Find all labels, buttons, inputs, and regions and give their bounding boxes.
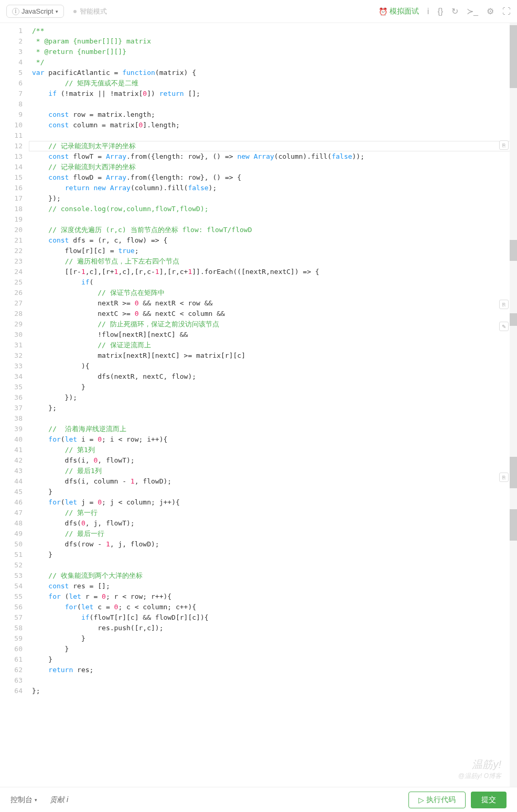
code-line[interactable]: }); — [29, 392, 517, 403]
code-line[interactable]: const dfs = (r, c, flow) => { — [29, 235, 517, 246]
code-line[interactable]: nextC >= 0 && nextC < column && — [29, 309, 517, 319]
code-line[interactable]: // 记录能流到大西洋的坐标 — [29, 162, 517, 172]
fold-button[interactable]: ✎ — [499, 322, 509, 331]
line-number: 49 — [0, 529, 23, 539]
code-line[interactable]: */ — [29, 57, 517, 68]
fold-button[interactable]: ⎘ — [499, 140, 509, 150]
code-line[interactable]: for (let r = 0; r < row; r++){ — [29, 591, 517, 602]
braces-icon[interactable]: {} — [437, 7, 443, 16]
code-line[interactable]: var pacificAtlantic = function(matrix) { — [29, 68, 517, 78]
code-line[interactable]: } — [29, 633, 517, 644]
gear-icon[interactable]: ⚙ — [487, 6, 494, 16]
line-number: 22 — [0, 246, 23, 256]
code-line[interactable] — [29, 214, 517, 225]
line-number: 47 — [0, 508, 23, 518]
scrollbar-section — [510, 509, 517, 541]
fullscreen-icon[interactable]: ⛶ — [502, 7, 511, 16]
run-code-button[interactable]: ▷ 执行代码 — [408, 792, 466, 808]
code-line[interactable]: // 保证逆流而上 — [29, 340, 517, 350]
code-line[interactable]: res.push([r,c]); — [29, 623, 517, 633]
code-line[interactable]: // 最后一行 — [29, 529, 517, 539]
scrollbar-thumb[interactable] — [510, 25, 517, 88]
code-line[interactable]: }; — [29, 686, 517, 696]
code-line[interactable]: if( — [29, 277, 517, 288]
line-number: 55 — [0, 591, 23, 602]
code-line[interactable]: dfs(i, 0, flowT); — [29, 455, 517, 466]
code-line[interactable] — [29, 413, 517, 424]
code-line[interactable]: for(let j = 0; j < column; j++){ — [29, 497, 517, 508]
line-number: 41 — [0, 445, 23, 455]
code-line[interactable]: if(flowT[r][c] && flowD[r][c]){ — [29, 612, 517, 623]
code-line[interactable]: const flowT = Array.from({length: row}, … — [29, 151, 517, 162]
code-line[interactable]: }); — [29, 193, 517, 204]
code-line[interactable]: } — [29, 644, 517, 654]
code-line[interactable]: dfs(0, j, flowT); — [29, 518, 517, 529]
terminal-icon[interactable]: ≻_ — [467, 6, 478, 16]
line-number: 39 — [0, 424, 23, 434]
line-number: 4 — [0, 57, 23, 68]
code-line[interactable]: }; — [29, 403, 517, 413]
line-number: 14 — [0, 162, 23, 172]
code-line[interactable]: ){ — [29, 361, 517, 371]
code-line[interactable]: // 矩阵无值或不是二维 — [29, 78, 517, 89]
code-line[interactable]: // 深度优先遍历 (r,c) 当前节点的坐标 flow: flowT/flow… — [29, 225, 517, 235]
code-line[interactable]: // 记录能流到太平洋的坐标 — [29, 141, 517, 151]
code-line[interactable]: for(let c = 0; c < column; c++){ — [29, 602, 517, 612]
code-line[interactable]: } — [29, 550, 517, 560]
line-number: 43 — [0, 466, 23, 476]
code-content[interactable]: /** * @param {number[][]} matrix * @retu… — [29, 23, 517, 787]
mock-interview-button[interactable]: ⏰ 模拟面试 — [379, 7, 419, 16]
code-line[interactable]: * @return {number[][]} — [29, 47, 517, 57]
code-line[interactable]: if (!matrix || !matrix[0]) return []; — [29, 89, 517, 99]
code-line[interactable]: return res; — [29, 665, 517, 675]
line-number: 51 — [0, 550, 23, 560]
line-number: 10 — [0, 120, 23, 130]
code-line[interactable]: for(let i = 0; i < row; i++){ — [29, 434, 517, 445]
code-line[interactable]: } — [29, 382, 517, 392]
code-line[interactable]: } — [29, 654, 517, 665]
line-number: 42 — [0, 455, 23, 466]
code-line[interactable]: const flowD = Array.from({length: row}, … — [29, 172, 517, 183]
code-line[interactable]: // 第一行 — [29, 508, 517, 518]
code-line[interactable]: // 第1列 — [29, 445, 517, 455]
code-line[interactable]: // console.log(row,column,flowT,flowD); — [29, 204, 517, 214]
code-line[interactable]: return new Array(column).fill(false); — [29, 183, 517, 193]
code-line[interactable]: const row = matrix.length; — [29, 109, 517, 120]
code-line[interactable]: dfs(nextR, nextC, flow); — [29, 371, 517, 382]
info-icon[interactable]: i — [427, 7, 429, 16]
editor-mode[interactable]: 智能模式 — [73, 7, 107, 16]
code-line[interactable]: const res = []; — [29, 581, 517, 591]
line-number: 40 — [0, 434, 23, 445]
code-line[interactable]: dfs(i, column - 1, flowD); — [29, 476, 517, 487]
code-line[interactable]: // 保证节点在矩阵中 — [29, 288, 517, 298]
fold-button[interactable]: ⎘ — [499, 300, 509, 309]
line-number: 33 — [0, 361, 23, 371]
console-toggle[interactable]: 控制台 ▾ — [10, 795, 37, 805]
submit-button[interactable]: 提交 — [471, 792, 507, 808]
code-line[interactable]: [[r-1,c],[r+1,c],[r,c-1],[r,c+1]].forEac… — [29, 267, 517, 277]
code-line[interactable]: const column = matrix[0].length; — [29, 120, 517, 130]
reset-icon[interactable]: ↻ — [451, 6, 458, 16]
code-line[interactable] — [29, 560, 517, 570]
code-line[interactable]: // 收集能流到两个大洋的坐标 — [29, 570, 517, 581]
contribute-link[interactable]: 贡献 i — [50, 795, 68, 805]
code-line[interactable] — [29, 130, 517, 141]
code-line[interactable]: } — [29, 487, 517, 497]
code-line[interactable]: dfs(row - 1, j, flowD); — [29, 539, 517, 550]
code-line[interactable]: // 最后1列 — [29, 466, 517, 476]
code-line[interactable]: nextR >= 0 && nextR < row && — [29, 298, 517, 309]
code-line[interactable]: // 沿着海岸线逆流而上 — [29, 424, 517, 434]
code-line[interactable]: /** — [29, 26, 517, 36]
code-line[interactable]: !flow[nextR][nextC] && — [29, 330, 517, 340]
code-line[interactable]: flow[r][c] = true; — [29, 246, 517, 256]
scrollbar-track[interactable] — [510, 23, 517, 787]
fold-button[interactable]: ⎘ — [499, 473, 509, 482]
code-editor[interactable]: 1234567891011121314151617181920212223242… — [0, 23, 517, 787]
code-line[interactable] — [29, 99, 517, 109]
code-line[interactable]: * @param {number[][]} matrix — [29, 36, 517, 47]
code-line[interactable]: matrix[nextR][nextC] >= matrix[r][c] — [29, 350, 517, 361]
code-line[interactable]: // 防止死循环，保证之前没访问该节点 — [29, 319, 517, 330]
code-line[interactable]: // 遍历相邻节点，上下左右四个节点 — [29, 256, 517, 267]
language-selector[interactable]: i JavaScript ▾ — [6, 5, 64, 18]
code-line[interactable] — [29, 675, 517, 686]
